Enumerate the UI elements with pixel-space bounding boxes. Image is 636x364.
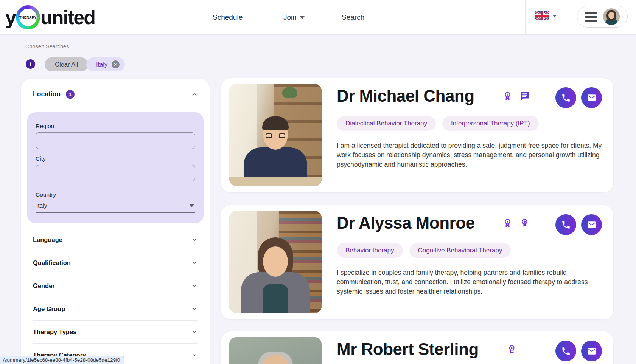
- chevron-down-icon: [552, 15, 557, 17]
- region-input[interactable]: [36, 132, 195, 149]
- chevron-down-icon: [191, 352, 198, 358]
- country-select[interactable]: Italy: [36, 202, 195, 213]
- chevron-down-icon: [191, 259, 198, 266]
- location-filter-panel: Region City Country Italy: [27, 112, 204, 223]
- therapist-card: Dr Alyssa Monroe Behavior therapy Cognit…: [221, 205, 613, 319]
- header-divider: [525, 0, 526, 35]
- filter-section-therapy-types[interactable]: Therapy Types: [33, 320, 198, 343]
- chevron-down-icon: [191, 236, 198, 243]
- nav-join[interactable]: Join: [283, 0, 305, 35]
- therapist-bio: I specialize in couples and family thera…: [337, 268, 604, 296]
- chosen-searches-label: Chosen Searches: [25, 43, 69, 50]
- filter-section-qualification[interactable]: Qualification: [33, 251, 198, 274]
- region-label: Region: [36, 123, 195, 130]
- clear-all-button[interactable]: Clear All: [45, 57, 88, 71]
- search-chip-italy[interactable]: Italy ✕: [86, 57, 125, 71]
- link-preview-status-bar: /summary/1fe5ec68-ee88-4fb4-5e28-08de5de…: [0, 356, 124, 364]
- location-count-badge: 1: [66, 90, 75, 99]
- chevron-up-icon: [191, 91, 198, 98]
- country-value: Italy: [36, 202, 47, 209]
- logo[interactable]: y THERAPY united: [5, 4, 95, 31]
- city-input[interactable]: [36, 165, 195, 181]
- uk-flag-icon: [535, 11, 549, 20]
- therapist-name: Mr Robert Sterling: [337, 340, 479, 359]
- call-button[interactable]: [555, 87, 576, 108]
- logo-circle-text: THERAPY: [19, 9, 37, 26]
- logo-ring-icon: THERAPY: [16, 5, 40, 29]
- specialty-tag[interactable]: Behavior therapy: [337, 243, 403, 258]
- therapist-photo: [229, 337, 322, 364]
- mail-icon: [587, 220, 597, 230]
- chevron-down-icon: [300, 16, 305, 19]
- city-label: City: [36, 155, 195, 162]
- call-button[interactable]: [555, 214, 576, 235]
- email-button[interactable]: [581, 214, 602, 235]
- phone-icon: [561, 346, 571, 356]
- header: y THERAPY united Schedule Join Search: [0, 0, 636, 35]
- nav-schedule[interactable]: Schedule: [213, 0, 243, 35]
- award-icon: [502, 91, 513, 101]
- call-button[interactable]: [555, 341, 576, 361]
- close-icon[interactable]: ✕: [112, 60, 120, 68]
- therapist-name: Dr Michael Chang: [337, 87, 474, 105]
- ribbon-star-icon: [519, 218, 530, 228]
- therapist-name: Dr Alyssa Monroe: [337, 214, 474, 232]
- filter-section-age-group[interactable]: Age Group: [33, 297, 198, 320]
- email-button[interactable]: [581, 87, 602, 108]
- nav-search[interactable]: Search: [342, 0, 364, 35]
- specialty-tag[interactable]: Cognitive Behavioral Therapy: [409, 243, 511, 258]
- therapist-photo: [229, 211, 322, 313]
- phone-icon: [561, 93, 571, 103]
- avatar: [603, 8, 620, 25]
- email-button[interactable]: [581, 341, 602, 361]
- account-menu-button[interactable]: [577, 6, 628, 28]
- filter-section-language[interactable]: Language: [33, 228, 198, 251]
- specialty-tag[interactable]: Interpersonal Therapy (IPT): [442, 116, 539, 131]
- chevron-down-icon: [191, 282, 198, 289]
- therapist-bio: I am a licensed therapist dedicated to p…: [337, 141, 604, 169]
- filters-panel: Location 1 Region City Country Italy Lan…: [21, 79, 210, 364]
- language-selector[interactable]: [535, 11, 557, 20]
- chevron-down-icon: [191, 305, 198, 312]
- specialty-tag[interactable]: Dialectical Behavior Therapy: [337, 116, 436, 131]
- logo-suffix: united: [40, 6, 95, 29]
- therapist-card: Mr Robert Sterling: [221, 331, 613, 364]
- chevron-down-icon: [191, 328, 198, 335]
- therapist-card: Dr Michael Chang Dialectical Behavior Th…: [221, 78, 613, 192]
- mail-icon: [587, 93, 597, 103]
- award-icon: [507, 344, 517, 355]
- logo-prefix: y: [5, 6, 16, 29]
- location-title: Location: [33, 90, 61, 98]
- header-divider: [567, 0, 567, 35]
- filter-section-location[interactable]: Location 1: [33, 90, 198, 99]
- therapist-photo: [229, 84, 322, 186]
- chat-icon[interactable]: [519, 91, 530, 101]
- info-icon[interactable]: i: [26, 59, 35, 69]
- award-icon: [502, 218, 513, 228]
- country-label: Country: [36, 191, 195, 198]
- phone-icon: [561, 220, 571, 230]
- mail-icon: [587, 346, 597, 356]
- dropdown-caret-icon: [189, 204, 194, 207]
- hamburger-icon: [585, 12, 597, 22]
- filter-section-gender[interactable]: Gender: [33, 274, 198, 297]
